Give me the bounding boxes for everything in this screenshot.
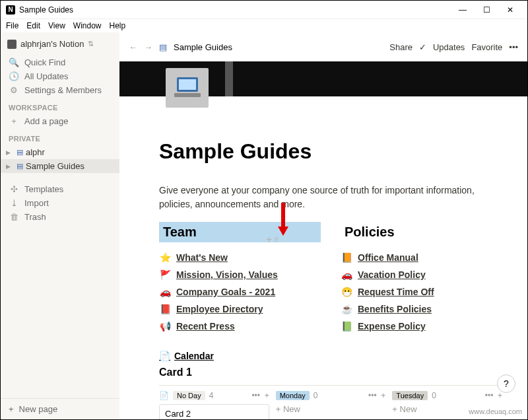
sidebar-all-updates[interactable]: 🕓All Updates (1, 69, 119, 83)
all-updates-label: All Updates (24, 71, 68, 81)
page-emoji-icon[interactable] (166, 68, 209, 108)
item-label: Request Time Off (358, 287, 434, 297)
search-icon: 🔍 (9, 57, 19, 67)
add-block-icon[interactable]: + (266, 234, 272, 246)
mask-icon: 😷 (341, 287, 352, 297)
link-directory[interactable]: 📕Employee Directory (159, 300, 321, 318)
heading-team[interactable]: Team (159, 222, 321, 242)
item-label: Employee Directory (176, 304, 263, 314)
svg-marker-4 (278, 227, 288, 236)
expand-icon[interactable]: ▶ (6, 163, 14, 170)
workspace-switcher[interactable]: alphrjan's Notion ⇅ (1, 32, 119, 55)
sidebar-add-page[interactable]: +Add a page (1, 114, 119, 128)
item-label: Office Manual (358, 252, 418, 263)
expand-icon[interactable]: ▶ (6, 149, 14, 156)
switcher-arrows-icon: ⇅ (88, 40, 94, 48)
favorite-button[interactable]: Favorite (471, 42, 502, 52)
nav-forward-button[interactable]: → (144, 42, 152, 52)
card-1-title[interactable]: Card 1 (159, 367, 502, 378)
page-icon: ▤ (16, 162, 23, 170)
sidebar-import[interactable]: ⤓Import (1, 196, 119, 210)
link-time-off[interactable]: 😷Request Time Off (341, 283, 502, 300)
link-mission[interactable]: 🚩Mission, Vision, Values (159, 266, 321, 283)
svg-rect-1 (179, 79, 196, 90)
breadcrumb[interactable]: Sample Guides (174, 42, 232, 52)
sidebar-templates[interactable]: ✣Templates (1, 182, 119, 196)
page-description[interactable]: Give everyone at your company one source… (159, 184, 502, 211)
plus-icon: + (9, 404, 14, 414)
content-area: ← → ▤ Sample Guides Share ✓ Updates Favo… (119, 32, 527, 419)
menu-file[interactable]: File (6, 21, 18, 30)
new-page-label: New page (19, 404, 58, 414)
tag-tuesday[interactable]: Tuesday (392, 391, 428, 400)
page-title[interactable]: Sample Guides (159, 139, 502, 164)
sidebar: alphrjan's Notion ⇅ 🔍Quick Find 🕓All Upd… (1, 32, 119, 419)
cover-banner[interactable] (119, 61, 527, 96)
maximize-button[interactable]: ☐ (475, 1, 498, 19)
board-col-monday: Monday0••• + + New (276, 391, 386, 419)
link-goals[interactable]: 🚗Company Goals - 2021 (159, 283, 321, 300)
close-button[interactable]: ✕ (498, 1, 522, 19)
sidebar-page-sample-guides[interactable]: ▶▤Sample Guides (1, 159, 119, 173)
sidebar-quick-find[interactable]: 🔍Quick Find (1, 55, 119, 69)
link-whats-new[interactable]: ⭐What's New (159, 249, 321, 266)
nav-back-button[interactable]: ← (129, 42, 137, 52)
col-more-button[interactable]: ••• + (251, 391, 269, 400)
menu-view[interactable]: View (48, 21, 65, 30)
watermark: www.deuaq.com (469, 407, 522, 415)
col-more-button[interactable]: ••• + (485, 391, 502, 400)
count: 0 (432, 391, 436, 400)
flag-icon: 🚩 (159, 269, 171, 280)
sidebar-new-page[interactable]: +New page (1, 398, 119, 419)
add-page-label: Add a page (24, 116, 69, 126)
menu-help[interactable]: Help (110, 21, 126, 30)
window-title: Sample Guides (19, 5, 451, 15)
menu-edit[interactable]: Edit (26, 21, 40, 30)
menubar: File Edit View Window Help (1, 19, 527, 32)
sidebar-page-alphr[interactable]: ▶▤alphr (1, 145, 119, 159)
col-more-button[interactable]: ••• + (368, 391, 385, 400)
heading-policies[interactable]: Policies (341, 222, 502, 242)
item-label: Benefits Policies (358, 304, 432, 314)
tag-no-day[interactable]: No Day (173, 391, 205, 400)
page-label: Sample Guides (26, 161, 84, 171)
count: 4 (209, 391, 214, 400)
megaphone-icon: 📢 (159, 321, 171, 332)
link-office-manual[interactable]: 📙Office Manual (341, 249, 502, 266)
minimize-button[interactable]: — (451, 1, 475, 19)
car-icon: 🚗 (159, 287, 171, 297)
updates-button[interactable]: Updates (433, 42, 465, 52)
board-col-noday: 📄No Day4••• + Card 2 (159, 391, 269, 419)
count: 0 (314, 391, 318, 400)
settings-label: Settings & Members (24, 85, 102, 95)
sidebar-trash[interactable]: 🗑Trash (1, 210, 119, 224)
link-vacation[interactable]: 🚗Vacation Policy (341, 266, 502, 283)
banner-decoration (225, 61, 233, 96)
workspace-name: alphrjan's Notion (20, 39, 84, 49)
templates-label: Templates (24, 184, 63, 194)
sidebar-settings[interactable]: ⚙Settings & Members (1, 83, 119, 97)
link-press[interactable]: 📢Recent Press (159, 318, 321, 335)
new-card-button[interactable]: + New (276, 404, 386, 414)
trash-label: Trash (24, 212, 46, 222)
titlebar: N Sample Guides — ☐ ✕ (1, 1, 527, 19)
help-button[interactable]: ? (497, 374, 515, 393)
tag-monday[interactable]: Monday (276, 391, 310, 400)
menu-window[interactable]: Window (73, 21, 102, 30)
card-2[interactable]: Card 2 (159, 404, 269, 419)
annotation-arrow-icon (277, 203, 290, 236)
more-button[interactable]: ••• (509, 42, 518, 52)
item-label: What's New (176, 252, 228, 263)
topbar: ← → ▤ Sample Guides Share ✓ Updates Favo… (119, 32, 527, 61)
workspace-icon (7, 40, 16, 49)
item-label: Company Goals - 2021 (176, 287, 275, 297)
link-benefits[interactable]: ☕Benefits Policies (341, 300, 502, 318)
calendar-link[interactable]: 📄Calendar (159, 351, 502, 361)
item-label: Recent Press (176, 321, 235, 332)
template-icon: ✣ (9, 184, 19, 194)
share-button[interactable]: Share (389, 42, 412, 52)
link-expense[interactable]: 📗Expense Policy (341, 318, 502, 335)
book-icon: 📕 (159, 304, 171, 314)
check-icon: ✓ (419, 42, 426, 52)
drag-handle-icon[interactable]: ⠿ (274, 236, 278, 244)
